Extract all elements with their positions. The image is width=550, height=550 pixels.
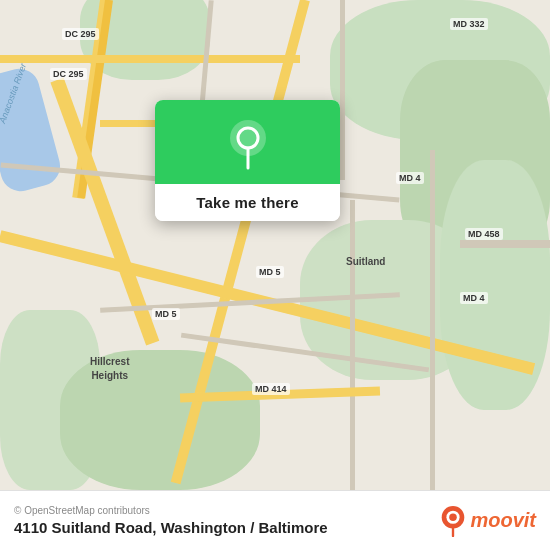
green-area — [440, 160, 550, 410]
moovit-logo: moovit — [440, 505, 536, 537]
road-label-md458: MD 458 — [465, 228, 503, 240]
road-label-md332: MD 332 — [450, 18, 488, 30]
footer-left: © OpenStreetMap contributors 4110 Suitla… — [14, 505, 328, 536]
road — [350, 200, 355, 490]
place-label-hillcrest: Hillcrest Heights — [90, 355, 129, 383]
road-label-md4-1: MD 4 — [396, 172, 424, 184]
road — [340, 0, 345, 180]
location-pin-icon — [226, 118, 270, 170]
road — [460, 240, 550, 248]
road — [0, 55, 300, 63]
popup-tail — [238, 220, 258, 221]
road-label-dc295-1: DC 295 — [62, 28, 99, 40]
map-container: DC 295 DC 295 MD 332 MD 458 MD 4 MD 5 MD… — [0, 0, 550, 490]
take-me-there-button[interactable]: Take me there — [155, 184, 340, 221]
road-label-md5-2: MD 5 — [256, 266, 284, 278]
popup-card: Take me there — [155, 100, 340, 221]
footer: © OpenStreetMap contributors 4110 Suitla… — [0, 490, 550, 550]
road-label-md414: MD 414 — [252, 383, 290, 395]
road-label-md5-1: MD 5 — [152, 308, 180, 320]
road — [430, 150, 435, 490]
moovit-brand-text: moovit — [470, 509, 536, 532]
svg-point-5 — [450, 513, 458, 521]
place-label-suitland: Suitland — [346, 256, 385, 267]
road-label-md4-2: MD 4 — [460, 292, 488, 304]
address-text: 4110 Suitland Road, Washington / Baltimo… — [14, 519, 328, 536]
popup-header — [155, 100, 340, 184]
copyright-text: © OpenStreetMap contributors — [14, 505, 328, 516]
road-label-dc295-2: DC 295 — [50, 68, 87, 80]
moovit-pin-icon — [440, 505, 466, 537]
